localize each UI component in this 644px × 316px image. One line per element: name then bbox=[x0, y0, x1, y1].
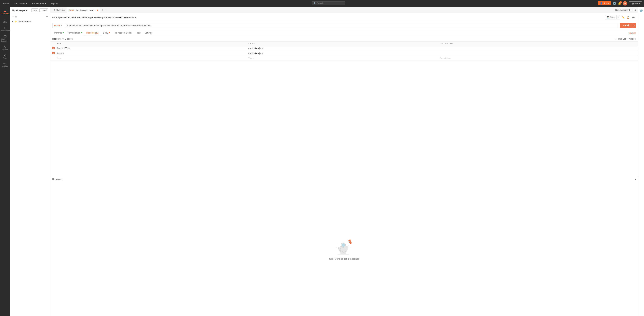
sidebar-item-collections[interactable]: Collections bbox=[1, 8, 10, 16]
empty-header-row: Key Value Description bbox=[50, 56, 638, 60]
nav-explore[interactable]: Explore bbox=[50, 1, 59, 5]
tab-params[interactable]: Params bbox=[52, 30, 66, 36]
svg-point-3 bbox=[4, 19, 5, 20]
add-collection-button[interactable]: + bbox=[12, 15, 14, 18]
tab-more-button[interactable]: ⋯ bbox=[104, 9, 108, 11]
new-button[interactable]: New bbox=[31, 8, 38, 12]
url-input[interactable] bbox=[65, 23, 618, 28]
method-url-row: POST ▾ Send ▾ bbox=[50, 21, 638, 30]
send-button[interactable]: Send bbox=[620, 23, 632, 28]
url-display: https://ipamdev.azurewebsites.net/api/sp… bbox=[52, 16, 604, 18]
svg-point-11 bbox=[6, 56, 6, 57]
response-header[interactable]: Response ▾ bbox=[50, 176, 638, 182]
list-view-button[interactable]: ☰ bbox=[14, 15, 18, 18]
tab-authorization[interactable]: Authorization bbox=[66, 30, 84, 36]
env-arrow-icon: ▾ bbox=[630, 9, 632, 11]
overview-tab[interactable]: ⊞ Overview bbox=[52, 7, 67, 13]
svg-point-26 bbox=[352, 244, 353, 244]
search-placeholder: Search bbox=[317, 2, 324, 4]
response-title: Response bbox=[52, 178, 635, 180]
history-icon bbox=[4, 62, 6, 65]
sidebar-item-apis[interactable]: APIs bbox=[1, 16, 10, 24]
nav-workspaces[interactable]: Workspaces ▾ bbox=[12, 1, 28, 5]
hidden-count-label: 9 hidden bbox=[65, 38, 72, 40]
add-tab-button[interactable]: + bbox=[100, 8, 104, 11]
send-options-button[interactable]: ▾ bbox=[632, 23, 636, 28]
tab-headers[interactable]: Headers (11) bbox=[84, 30, 101, 36]
workspace-title: My Workspace bbox=[12, 9, 27, 11]
mock-servers-icon bbox=[4, 35, 6, 38]
panel-toolbar: + ☰ ⋯ bbox=[10, 14, 50, 19]
tab-tests[interactable]: Tests bbox=[134, 30, 142, 36]
save-button[interactable]: 💾 Save bbox=[605, 15, 616, 19]
headers-toolbar: Headers 👁 9 hidden ⋯ Bulk Edit Presets ▾ bbox=[50, 36, 638, 41]
header-row: Content-Type application/json bbox=[50, 46, 638, 51]
method-label: POST bbox=[54, 24, 60, 27]
presets-button[interactable]: Presets ▾ bbox=[628, 38, 636, 40]
auth-dot bbox=[81, 32, 82, 33]
nav-home[interactable]: Home bbox=[2, 1, 10, 5]
settings-button[interactable]: ⚙️ bbox=[613, 2, 616, 5]
env-eye-button[interactable]: 👁 bbox=[634, 9, 636, 11]
more-options-button[interactable]: ⋯ bbox=[615, 38, 617, 40]
monitors-icon bbox=[4, 45, 6, 48]
click-send-text: Click Send to get a response bbox=[329, 258, 359, 260]
bulk-edit-button[interactable]: Bulk Edit bbox=[618, 38, 626, 40]
collection-name: Postman Echo bbox=[18, 20, 32, 23]
search-icon: 🔍 bbox=[314, 2, 316, 4]
header-row: Accept application/json bbox=[50, 51, 638, 56]
tab-method-label: POST bbox=[69, 9, 74, 11]
svg-point-19 bbox=[342, 243, 345, 247]
right-sidebar-button-1[interactable]: ⚙️ bbox=[638, 8, 644, 13]
tab-prerequest[interactable]: Pre-request Script bbox=[112, 30, 134, 36]
hidden-count: 👁 9 hidden bbox=[62, 38, 72, 40]
svg-point-28 bbox=[338, 254, 349, 255]
headers-section: Headers 👁 9 hidden ⋯ Bulk Edit Presets ▾ bbox=[50, 36, 638, 176]
sidebar-item-mock-servers[interactable]: Mock Servers bbox=[1, 34, 10, 43]
copy-button[interactable]: 📋 bbox=[626, 15, 630, 19]
value-placeholder: Value bbox=[248, 57, 254, 59]
invite-button[interactable]: 👤+ Invite bbox=[598, 1, 611, 5]
collection-item-postman-echo[interactable]: ▶ 📁 Postman Echo bbox=[10, 19, 50, 24]
svg-point-16 bbox=[349, 241, 350, 242]
svg-point-25 bbox=[351, 247, 351, 248]
header-checkbox-2[interactable] bbox=[52, 52, 55, 54]
sidebar-item-environments[interactable]: Environments bbox=[1, 25, 10, 33]
sidebar-item-monitors[interactable]: Monitors bbox=[1, 44, 10, 52]
body-dot bbox=[109, 32, 110, 33]
nav-api-network[interactable]: API Network ▾ bbox=[31, 1, 47, 5]
search-bar[interactable]: 🔍 Search bbox=[312, 1, 345, 5]
svg-rect-2 bbox=[4, 11, 6, 12]
presets-arrow-icon: ▾ bbox=[635, 38, 636, 40]
upgrade-button[interactable]: Upgrade ▾ bbox=[629, 1, 642, 5]
overview-tab-label: Overview bbox=[56, 9, 65, 11]
params-dot bbox=[62, 32, 64, 33]
top-nav: Home Workspaces ▾ API Network ▾ Explore … bbox=[0, 0, 644, 7]
sidebar-item-history[interactable]: History bbox=[1, 61, 10, 69]
svg-line-13 bbox=[4, 55, 6, 56]
tab-settings[interactable]: Settings bbox=[142, 30, 154, 36]
sidebar-item-flows[interactable]: Flows bbox=[1, 53, 10, 60]
collection-icon: 📁 bbox=[14, 20, 17, 23]
env-label: No Environment bbox=[615, 9, 630, 11]
key-placeholder: Key bbox=[57, 57, 61, 59]
edit-button[interactable]: ✏️ bbox=[621, 15, 625, 19]
tab-body[interactable]: Body bbox=[101, 30, 112, 36]
workspaces-arrow-icon: ▾ bbox=[26, 2, 27, 5]
header-checkbox-1[interactable] bbox=[52, 47, 55, 49]
avatar[interactable]: U bbox=[623, 1, 627, 5]
save-arrow-button[interactable]: ▾ bbox=[616, 15, 620, 19]
code-button[interactable]: </> bbox=[631, 15, 636, 19]
request-tab[interactable]: POST https://ipamdev.azure... bbox=[67, 7, 100, 13]
cookies-button[interactable]: Cookies bbox=[629, 32, 636, 34]
env-selector[interactable]: No Environment ▾ bbox=[614, 8, 633, 12]
desc-placeholder: Description bbox=[440, 57, 450, 59]
import-button[interactable]: Import bbox=[40, 8, 48, 12]
headers-column-row: KEY VALUE DESCRIPTION bbox=[50, 41, 638, 46]
svg-point-27 bbox=[336, 247, 337, 248]
svg-point-10 bbox=[6, 54, 6, 55]
main-content: ⊞ Overview POST https://ipamdev.azure...… bbox=[50, 7, 638, 316]
method-select[interactable]: POST ▾ bbox=[52, 23, 64, 28]
svg-point-24 bbox=[337, 243, 338, 243]
panel-more-button[interactable]: ⋯ bbox=[45, 15, 48, 18]
